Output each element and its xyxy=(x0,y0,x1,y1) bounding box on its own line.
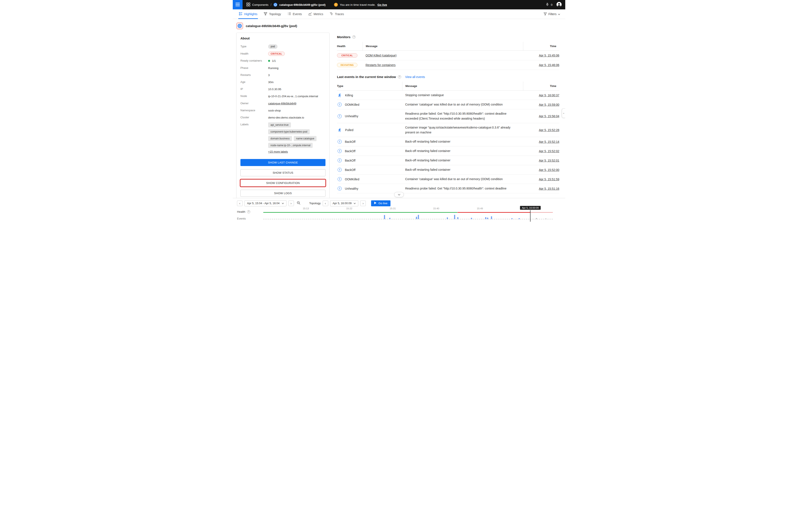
field-value: sock-shop xyxy=(268,108,281,113)
help-icon[interactable] xyxy=(352,35,356,39)
event-time-link[interactable]: Apr 5, 15:56:04 xyxy=(539,114,559,118)
time-next-button[interactable]: › xyxy=(360,201,366,206)
chevron-down-icon xyxy=(398,193,400,196)
monitor-time-link[interactable]: Apr 5, 15:46:06 xyxy=(539,63,559,67)
pin-button[interactable]: 0 xyxy=(546,3,552,7)
field-value: CRITICAL xyxy=(268,52,285,56)
field-value: 1/1 xyxy=(268,59,276,63)
monitor-time-link[interactable]: Apr 5, 15:45:06 xyxy=(539,54,559,57)
events-title: Last events in the current time window xyxy=(337,75,396,79)
event-time-link[interactable]: Apr 5, 16:00:37 xyxy=(539,94,559,97)
more-labels-link[interactable]: +15 more labels xyxy=(268,150,288,153)
event-type: BackOff xyxy=(345,149,356,153)
column-header-type: Type xyxy=(337,82,402,90)
events-section: Last events in the current time window V… xyxy=(337,75,559,193)
tab-topology[interactable]: Topology xyxy=(261,10,284,19)
go-live-link[interactable]: Go live xyxy=(378,3,387,6)
tab-label: Events xyxy=(293,12,302,16)
event-time-link[interactable]: Apr 5, 15:52:01 xyxy=(539,159,559,162)
label-pill: domain:business xyxy=(268,136,292,141)
tab-events[interactable]: Events xyxy=(284,10,305,19)
topology-time-value: Apr 5, 16:00:09 xyxy=(333,202,352,205)
event-type: OOMKilled xyxy=(345,177,359,181)
time-range-value: Apr 5, 15:04 - Apr 5, 16:04 xyxy=(247,202,280,205)
hamburger-icon xyxy=(235,3,240,7)
event-message: Back-off restarting failed container xyxy=(402,156,523,165)
filters-button[interactable]: Filters xyxy=(544,10,562,19)
playhead-line[interactable] xyxy=(530,210,531,222)
range-next-button[interactable]: › xyxy=(288,201,294,206)
alert-circle-icon xyxy=(338,114,342,118)
event-message: Back-off restarting failed container xyxy=(402,147,523,155)
breadcrumb-components[interactable]: Components xyxy=(246,3,269,7)
event-type: Killing xyxy=(345,94,353,97)
topology-icon xyxy=(264,12,267,16)
event-time-link[interactable]: Apr 5, 15:51:16 xyxy=(539,187,559,190)
chevron-right-icon: › xyxy=(290,202,291,205)
event-type: BackOff xyxy=(345,140,356,144)
about-field: Restarts 3 xyxy=(241,73,325,77)
user-avatar-button[interactable] xyxy=(556,2,562,8)
hamburger-menu-button[interactable] xyxy=(233,0,243,10)
event-time-link[interactable]: Apr 5, 15:51:59 xyxy=(539,177,559,181)
breadcrumb-label: Components xyxy=(252,3,269,6)
event-type: Unhealthy xyxy=(345,114,358,118)
monitor-message-link[interactable]: OOM Killed (catalogue) xyxy=(365,54,397,57)
event-row: OOMKilled Container 'catalogue' was kill… xyxy=(337,100,559,109)
time-range-dropdown[interactable]: Apr 5, 15:04 - Apr 5, 16:04 xyxy=(245,201,286,206)
zoom-out-button[interactable] xyxy=(296,201,301,206)
page-header: catalogue-69b58cb649-gjl5v (pod) xyxy=(236,19,559,33)
chevron-down-icon xyxy=(282,202,284,205)
labels-field: Labels api_service:true component-type:k… xyxy=(241,122,325,148)
event-time-link[interactable]: Apr 5, 15:52:00 xyxy=(539,168,559,172)
monitors-title: Monitors xyxy=(337,35,350,39)
main-content: catalogue-69b58cb649-gjl5v (pod) About T… xyxy=(233,19,565,198)
field-value[interactable]: catalogue-69b58cb649 xyxy=(268,101,296,106)
field-label: Labels xyxy=(241,122,268,148)
event-time-link[interactable]: Apr 5, 15:59:00 xyxy=(539,103,559,106)
avatar-icon xyxy=(556,2,562,8)
tab-traces[interactable]: Traces xyxy=(326,10,347,19)
metrics-chart-icon xyxy=(308,12,312,16)
show-configuration-button[interactable]: SHOW CONFIGURATION xyxy=(241,179,325,187)
event-type: BackOff xyxy=(345,159,356,162)
help-icon[interactable] xyxy=(247,210,250,213)
alert-circle-icon xyxy=(338,177,342,181)
expand-timeline-button[interactable] xyxy=(394,192,404,197)
timeline-track[interactable]: 15:1315:2215:3115:4015:49 Apr 5, 16:00:0… xyxy=(263,207,553,222)
about-card: About Type pod Health CRITICAL xyxy=(236,33,329,198)
pin-count: 0 xyxy=(551,3,552,6)
go-live-button[interactable]: Go live xyxy=(371,201,391,206)
running-action-icon xyxy=(338,128,342,132)
range-previous-button[interactable]: ‹ xyxy=(237,201,243,206)
topology-time-dropdown[interactable]: Apr 5, 16:00:09 xyxy=(330,201,359,206)
chevron-right-icon: › xyxy=(363,202,364,205)
show-last-change-button[interactable]: SHOW LAST CHANGE xyxy=(241,159,325,166)
about-title: About xyxy=(241,36,325,40)
labels-list: api_service:true component-type:kubernet… xyxy=(268,122,325,148)
help-icon[interactable] xyxy=(398,75,401,78)
event-time-link[interactable]: Apr 5, 15:52:14 xyxy=(539,140,559,144)
event-time-link[interactable]: Apr 5, 15:52:02 xyxy=(539,149,559,153)
about-actions: SHOW LAST CHANGE SHOW STATUS SHOW CONFIG… xyxy=(241,159,325,197)
time-previous-button[interactable]: ‹ xyxy=(323,201,328,206)
collapse-side-panel-handle[interactable] xyxy=(562,109,565,118)
tab-highlights[interactable]: Highlights xyxy=(236,10,261,19)
show-logs-button[interactable]: SHOW LOGS xyxy=(241,190,325,197)
event-time-link[interactable]: Apr 5, 15:52:28 xyxy=(539,128,559,132)
field-label: Owner xyxy=(241,101,268,105)
tab-metrics[interactable]: Metrics xyxy=(305,10,326,19)
column-header-health: Health xyxy=(337,42,363,51)
timeline-chart[interactable]: Health Events 15:1315:2215:3115:4015:49 … xyxy=(233,207,565,222)
view-all-events-link[interactable]: View all events xyxy=(405,75,425,79)
show-status-button[interactable]: SHOW STATUS xyxy=(241,169,325,176)
field-label: Type xyxy=(241,44,268,48)
breadcrumb-entity[interactable]: catalogue-69b58cb649-gjl5v (pod) xyxy=(273,3,325,6)
field-value: 30m xyxy=(268,80,273,84)
health-status-badge: CRITICAL xyxy=(337,53,358,58)
field-label: Namespace xyxy=(241,108,268,112)
health-track xyxy=(263,212,553,213)
pod-icon xyxy=(273,3,277,6)
monitor-message-link[interactable]: Restarts for containers xyxy=(365,63,396,67)
event-row: BackOff Back-off restarting failed conta… xyxy=(337,137,559,147)
